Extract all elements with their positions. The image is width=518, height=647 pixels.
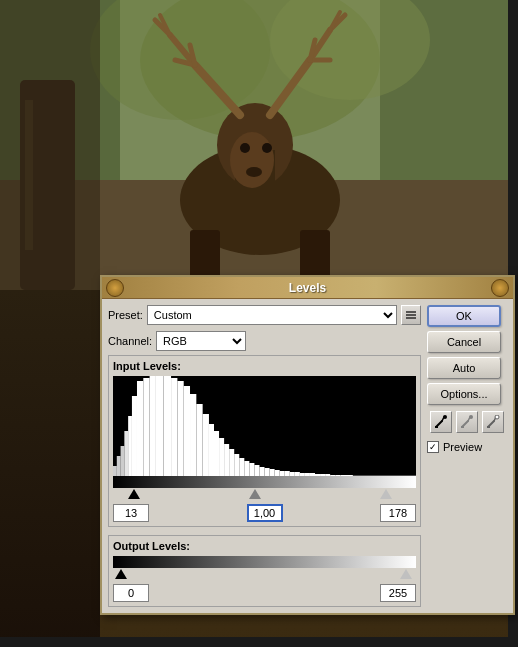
svg-rect-54: [224, 444, 229, 476]
titlebar-corner-right: [491, 279, 509, 297]
svg-rect-35: [117, 456, 121, 476]
output-white-slider[interactable]: [400, 569, 412, 579]
bottom-edge: [0, 637, 518, 647]
svg-rect-43: [156, 376, 164, 476]
titlebar-corner-left: [106, 279, 124, 297]
svg-rect-30: [0, 0, 100, 290]
svg-rect-38: [128, 416, 132, 476]
svg-rect-52: [214, 431, 219, 476]
channel-row: Channel: RGB Red Green Blue: [108, 331, 421, 351]
svg-rect-46: [177, 381, 183, 476]
dialog-titlebar: Levels: [102, 277, 513, 299]
auto-button[interactable]: Auto: [427, 357, 501, 379]
svg-rect-39: [132, 396, 137, 476]
input-white-slider[interactable]: [380, 489, 392, 499]
eyedropper-row: [427, 411, 507, 433]
preset-row: Preset: Custom Default Darker Increase C…: [108, 305, 421, 325]
svg-point-13: [240, 143, 250, 153]
svg-rect-49: [196, 404, 202, 476]
svg-rect-48: [190, 394, 196, 476]
input-mid-value[interactable]: [247, 504, 283, 522]
input-white-value[interactable]: [380, 504, 416, 522]
svg-rect-51: [209, 424, 214, 476]
preview-checkbox[interactable]: [427, 441, 439, 453]
svg-point-89: [495, 415, 499, 419]
dialog-right-panel: OK Cancel Auto Options...: [427, 305, 507, 607]
dialog-title: Levels: [289, 281, 326, 295]
svg-point-15: [246, 167, 262, 177]
channel-select[interactable]: RGB Red Green Blue: [156, 331, 246, 351]
output-slider-track: [113, 568, 416, 582]
channel-select-wrapper: RGB Red Green Blue: [156, 331, 421, 351]
svg-point-81: [443, 415, 447, 419]
output-values-row: [113, 584, 416, 602]
preset-select-wrapper: Custom Default Darker Increase Contrast …: [147, 305, 397, 325]
preset-label: Preset:: [108, 309, 143, 321]
svg-rect-62: [265, 468, 270, 476]
output-levels-section: Output Levels:: [108, 535, 421, 607]
svg-rect-41: [143, 378, 149, 476]
svg-rect-55: [229, 449, 234, 476]
output-gradient-bar: [113, 556, 416, 568]
input-black-value[interactable]: [113, 504, 149, 522]
preset-select[interactable]: Custom Default Darker Increase Contrast …: [147, 305, 397, 325]
svg-rect-63: [270, 469, 275, 476]
svg-point-14: [262, 143, 272, 153]
svg-rect-57: [239, 458, 244, 476]
levels-dialog: Levels Preset: Custom Default Darker Inc…: [100, 275, 515, 615]
dialog-left-panel: Preset: Custom Default Darker Increase C…: [108, 305, 421, 607]
white-eyedropper-button[interactable]: [482, 411, 504, 433]
svg-rect-45: [171, 378, 177, 476]
svg-rect-82: [435, 426, 438, 428]
svg-rect-53: [219, 438, 224, 476]
input-levels-label: Input Levels:: [113, 360, 416, 372]
svg-rect-34: [113, 466, 117, 476]
svg-point-12: [230, 132, 274, 188]
output-levels-label: Output Levels:: [113, 540, 416, 552]
black-eyedropper-button[interactable]: [430, 411, 452, 433]
input-slider-track: [113, 488, 416, 502]
options-button[interactable]: Options...: [427, 383, 501, 405]
svg-rect-36: [121, 446, 125, 476]
svg-rect-56: [234, 454, 239, 476]
output-white-value[interactable]: [380, 584, 416, 602]
preview-row: Preview: [427, 441, 507, 453]
output-black-slider[interactable]: [115, 569, 127, 579]
svg-rect-42: [150, 376, 156, 476]
svg-rect-58: [244, 461, 249, 476]
output-black-value[interactable]: [113, 584, 149, 602]
svg-rect-61: [259, 467, 264, 476]
gray-eyedropper-button[interactable]: [456, 411, 478, 433]
svg-rect-44: [164, 376, 172, 476]
dialog-body: Preset: Custom Default Darker Increase C…: [102, 299, 513, 613]
histogram: [113, 376, 416, 476]
svg-rect-60: [254, 465, 259, 476]
svg-rect-86: [461, 426, 464, 428]
input-black-slider[interactable]: [128, 489, 140, 499]
svg-point-85: [469, 415, 473, 419]
svg-rect-40: [137, 381, 143, 476]
input-values-row: [113, 504, 416, 522]
preview-label: Preview: [443, 441, 482, 453]
ok-button[interactable]: OK: [427, 305, 501, 327]
input-levels-section: Input Levels:: [108, 355, 421, 527]
svg-rect-37: [124, 431, 128, 476]
input-gradient-bar: [113, 476, 416, 488]
cancel-button[interactable]: Cancel: [427, 331, 501, 353]
svg-rect-47: [184, 386, 190, 476]
svg-rect-90: [487, 426, 490, 428]
channel-label: Channel:: [108, 335, 152, 347]
svg-rect-50: [203, 414, 209, 476]
input-mid-slider[interactable]: [249, 489, 261, 499]
svg-rect-59: [249, 463, 254, 476]
preset-options-button[interactable]: [401, 305, 421, 325]
